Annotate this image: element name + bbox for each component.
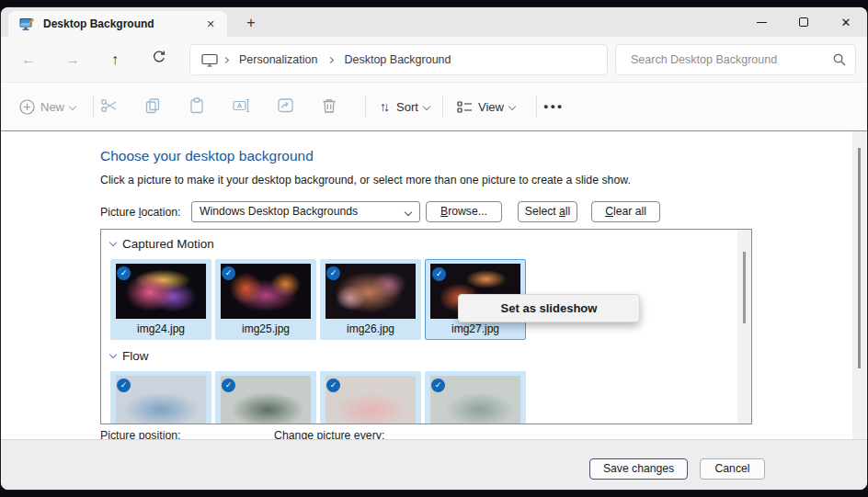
check-icon: ✓ <box>330 380 337 390</box>
view-icon <box>457 100 473 114</box>
picture-location-select[interactable]: Windows Desktop Backgrounds <box>191 201 420 222</box>
new-button[interactable]: New <box>19 83 75 130</box>
up-button[interactable]: ↑ <box>104 49 126 71</box>
search-input[interactable] <box>629 52 833 67</box>
tab-close-icon[interactable]: ✕ <box>201 15 220 33</box>
search-icon <box>833 53 846 66</box>
picture-tile-img25[interactable]: img25.jpg ✓ <box>215 259 316 340</box>
personalization-icon <box>19 17 34 30</box>
picture-filename: img24.jpg <box>110 322 211 335</box>
selected-checkbox[interactable]: ✓ <box>432 267 446 281</box>
section-title: Flow <box>122 349 149 363</box>
selected-checkbox[interactable]: ✓ <box>117 266 131 280</box>
selected-checkbox[interactable]: ✓ <box>222 378 235 392</box>
chevron-down-icon <box>423 103 430 110</box>
select-all-button[interactable]: Select all <box>518 201 577 222</box>
cut-icon <box>100 97 119 114</box>
picture-tile-img26[interactable]: img26.jpg ✓ <box>320 259 421 340</box>
picture-tile[interactable]: ✓ <box>425 371 526 424</box>
picture-position-label: Picture position: <box>100 429 181 439</box>
copy-icon <box>144 97 161 114</box>
picture-filename: img26.jpg <box>320 322 421 335</box>
plus-circle-icon <box>19 99 35 115</box>
refresh-button[interactable] <box>148 49 170 71</box>
copy-button[interactable] <box>144 97 163 116</box>
picture-tile[interactable]: ✓ <box>215 371 316 424</box>
view-button[interactable]: View <box>457 83 515 130</box>
maximize-icon <box>799 17 808 27</box>
check-icon: ✓ <box>330 268 337 277</box>
selected-checkbox[interactable]: ✓ <box>222 266 235 280</box>
monitor-icon <box>201 53 218 67</box>
picture-tile[interactable]: ✓ <box>110 371 211 424</box>
breadcrumb-desktop-background[interactable]: Desktop Background <box>344 53 451 66</box>
page-description: Click a picture to make it your desktop … <box>100 174 631 186</box>
picture-location-label: Picture location: <box>100 206 181 219</box>
paste-icon <box>188 97 205 114</box>
context-menu-set-as-slideshow[interactable]: Set as slideshow <box>458 294 640 322</box>
maximize-button[interactable] <box>782 7 825 37</box>
collapse-chevron-icon <box>109 351 117 358</box>
footer-bar: Save changes Cancel <box>1 439 867 490</box>
forward-button[interactable]: → <box>62 49 84 71</box>
selected-checkbox[interactable]: ✓ <box>431 378 445 392</box>
tab-title: Desktop Background <box>43 17 201 30</box>
title-bar: Desktop Background ✕ + ✕ <box>1 7 867 37</box>
chevron-down-icon <box>508 103 516 110</box>
new-label: New <box>40 100 64 114</box>
search-box[interactable] <box>615 44 856 75</box>
delete-button[interactable] <box>321 97 339 116</box>
picture-tile-img24[interactable]: img24.jpg ✓ <box>110 259 211 340</box>
rename-icon <box>233 97 251 114</box>
section-captured-motion[interactable]: Captured Motion <box>110 237 214 251</box>
picture-location-value: Windows Desktop Backgrounds <box>200 205 358 218</box>
page-scrollbar[interactable] <box>852 131 866 439</box>
toolbar-divider <box>365 96 366 118</box>
rename-button[interactable] <box>233 97 251 116</box>
minimize-icon <box>757 22 767 23</box>
selected-checkbox[interactable]: ✓ <box>326 266 340 280</box>
navigation-bar: ← → ↑ Personalization Desktop Background <box>1 37 867 83</box>
save-changes-button[interactable]: Save changes <box>589 458 688 480</box>
check-icon: ✓ <box>436 269 443 278</box>
selected-checkbox[interactable]: ✓ <box>326 378 340 392</box>
tab-desktop-background[interactable]: Desktop Background ✕ <box>8 11 227 37</box>
see-more-button[interactable]: ●●● <box>543 83 564 130</box>
picture-list: Captured Motion img24.jpg ✓ img25.jpg ✓ … <box>100 229 752 424</box>
view-label: View <box>478 100 504 114</box>
close-button[interactable]: ✕ <box>825 7 867 37</box>
breadcrumb-separator-icon <box>327 56 334 62</box>
clear-all-button[interactable]: Clear all <box>591 201 660 222</box>
check-icon: ✓ <box>225 380 233 390</box>
trash-icon <box>321 97 337 114</box>
list-scrollbar-thumb[interactable] <box>743 252 746 323</box>
sort-button[interactable]: ↑↓ Sort <box>380 83 429 130</box>
section-flow[interactable]: Flow <box>110 349 149 363</box>
sort-label: Sort <box>396 100 418 114</box>
picture-tile[interactable]: ✓ <box>320 371 421 424</box>
cut-button[interactable] <box>100 97 119 116</box>
explorer-window: Desktop Background ✕ + ✕ ← → ↑ Personali… <box>1 7 867 490</box>
browse-button[interactable]: Browse... <box>426 201 502 222</box>
back-button[interactable]: ← <box>17 49 40 71</box>
toolbar-divider <box>93 96 94 118</box>
change-picture-every-label: Change picture every: <box>274 429 384 439</box>
cancel-button[interactable]: Cancel <box>700 458 765 480</box>
share-button[interactable] <box>277 97 295 116</box>
toolbar-divider <box>536 96 537 118</box>
new-tab-button[interactable]: + <box>238 11 264 37</box>
list-scrollbar[interactable] <box>737 230 751 424</box>
page-title: Choose your desktop background <box>100 148 314 164</box>
selected-checkbox[interactable]: ✓ <box>117 378 131 392</box>
check-icon: ✓ <box>225 268 233 277</box>
breadcrumb-separator-icon <box>223 56 229 62</box>
breadcrumb-personalization[interactable]: Personalization <box>239 53 317 66</box>
section-title: Captured Motion <box>122 237 214 251</box>
minimize-button[interactable] <box>740 7 782 37</box>
page-scrollbar-thumb[interactable] <box>858 148 861 368</box>
paste-button[interactable] <box>188 97 207 116</box>
address-bar[interactable]: Personalization Desktop Background <box>189 44 608 75</box>
toolbar-divider <box>442 96 443 118</box>
command-toolbar: New <box>1 83 867 131</box>
chevron-down-icon <box>405 209 412 216</box>
